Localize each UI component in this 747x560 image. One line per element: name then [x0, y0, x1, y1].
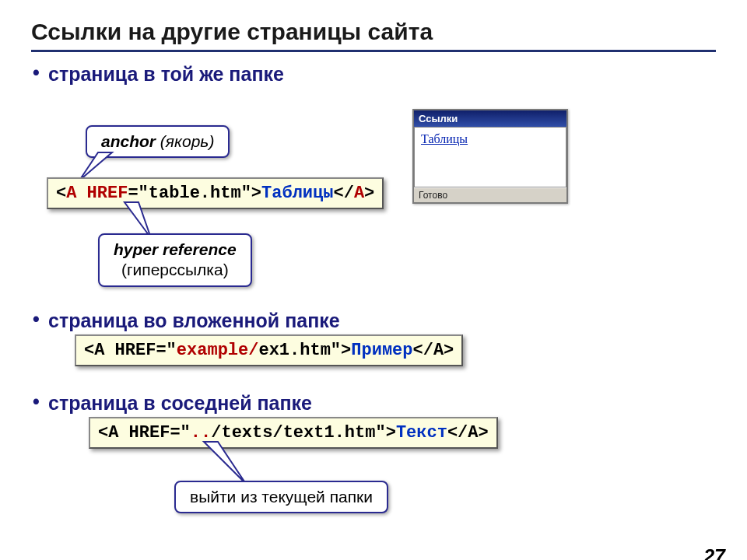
slide-title: Ссылки на другие страницы сайта	[31, 19, 716, 45]
callout-href-rest: (гиперссылка)	[114, 260, 237, 280]
browser-titlebar: Ссылки	[414, 110, 566, 127]
callout-updir-text: выйти из текущей папки	[190, 488, 373, 506]
code2-p3: </A>	[413, 341, 454, 360]
callout-href-em: hyper reference	[114, 240, 237, 258]
code3-p2: /texts/text1.htm">	[211, 423, 396, 443]
code3-p3: </A>	[447, 423, 489, 443]
code-box-sibling-folder: <A HREF="../texts/text1.htm">Текст</A>	[89, 417, 498, 449]
callout-updir: выйти из текущей папки	[174, 481, 388, 513]
callout-anchor-rest: (якорь)	[156, 132, 214, 150]
code1-close2: >	[364, 184, 374, 203]
browser-preview: Ссылки Таблицы Готово	[412, 109, 568, 204]
code-box-same-folder: <A HREF="table.htm">Таблицы</A>	[47, 177, 384, 209]
browser-status: Готово	[414, 187, 566, 202]
bullet-nested-folder: страница во вложенной папке	[31, 310, 340, 332]
code1-attr: ="table.htm">	[128, 184, 261, 203]
code-box-nested-folder: <A HREF="example/ex1.htm">Пример</A>	[75, 334, 463, 366]
title-rule	[31, 50, 716, 52]
code1-lt: <	[56, 184, 66, 203]
code1-a-open: A	[66, 184, 76, 203]
code2-linktext: Пример	[351, 341, 412, 360]
browser-link[interactable]: Таблицы	[421, 132, 468, 145]
code1-sp	[76, 184, 86, 203]
code2-p1: <A HREF="	[84, 341, 177, 360]
browser-body: Таблицы	[414, 127, 566, 187]
code1-linktext: Таблицы	[261, 184, 333, 203]
bullet-same-folder: страница в той же папке	[31, 63, 716, 86]
callout-anchor: anchor (якорь)	[86, 125, 230, 158]
code1-a-close: A	[354, 184, 364, 203]
page-number: 27	[703, 545, 725, 560]
bullet-sibling-folder: страница в соседней папке	[31, 392, 312, 415]
code1-close1: </	[333, 184, 353, 203]
code3-updir: ..	[191, 423, 211, 443]
code3-linktext: Текст	[396, 423, 447, 443]
callout-anchor-em: anchor	[101, 132, 156, 150]
code2-dir: example/	[177, 341, 259, 360]
code1-href: HREF	[87, 184, 128, 203]
callout-href: hyper reference (гиперссылка)	[98, 233, 252, 287]
code3-p1: <A HREF="	[98, 423, 191, 443]
code2-p2: ex1.htm">	[258, 341, 351, 360]
